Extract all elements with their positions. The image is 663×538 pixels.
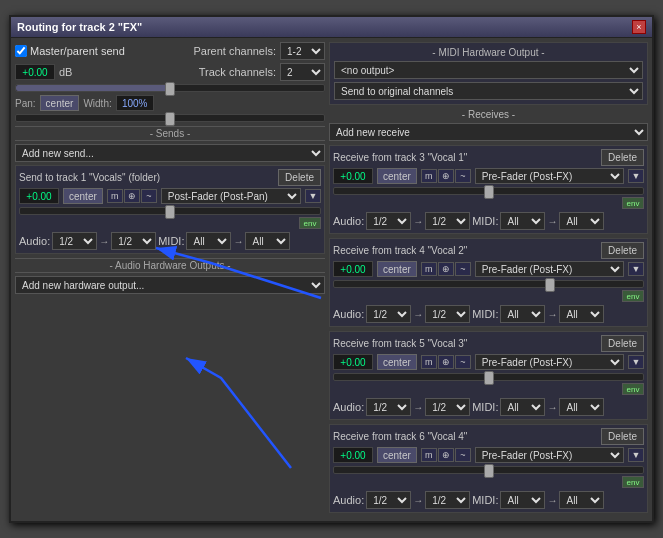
r1-dd[interactable]: ▼: [628, 169, 644, 183]
r3-s-btn[interactable]: ⊕: [438, 355, 454, 369]
r2-pan[interactable]: center: [377, 261, 417, 277]
close-button[interactable]: ×: [632, 20, 646, 34]
pan-slider-container: [15, 114, 325, 122]
r4-env[interactable]: env: [622, 476, 644, 488]
width-value[interactable]: 100%: [116, 95, 154, 111]
r1-audio-in[interactable]: 1/2: [366, 212, 411, 230]
r1-midi-out[interactable]: All: [559, 212, 604, 230]
r2-audio-in[interactable]: 1/2: [366, 305, 411, 323]
send-delete-btn[interactable]: Delete: [278, 169, 321, 186]
send-track-title: Send to track 1 "Vocals" (folder): [19, 172, 160, 183]
r4-midi[interactable]: All: [500, 491, 545, 509]
r3-dd[interactable]: ▼: [628, 355, 644, 369]
r4-slider[interactable]: [333, 466, 644, 474]
send-mode-select[interactable]: Post-Fader (Post-Pan) Pre-Fader (Post-FX…: [161, 188, 301, 204]
audio-out-select[interactable]: 1/2: [111, 232, 156, 250]
receive-2-delete[interactable]: Delete: [601, 242, 644, 259]
send-volume-slider[interactable]: [19, 207, 321, 215]
db-value[interactable]: +0.00: [15, 64, 55, 80]
r3-m-btn[interactable]: m: [421, 355, 437, 369]
r1-audio-out[interactable]: 1/2: [425, 212, 470, 230]
r3-midi[interactable]: All: [500, 398, 545, 416]
midi-out-select[interactable]: All: [245, 232, 290, 250]
r4-midi-out[interactable]: All: [559, 491, 604, 509]
r3-env[interactable]: env: [622, 383, 644, 395]
pan-center-btn[interactable]: center: [40, 95, 80, 111]
sends-section-label: - Sends -: [15, 126, 325, 141]
r1-env[interactable]: env: [622, 197, 644, 209]
r1-pan[interactable]: center: [377, 168, 417, 184]
mute-btn[interactable]: m: [107, 189, 123, 203]
r1-slider[interactable]: [333, 187, 644, 195]
pan-slider[interactable]: [15, 114, 325, 122]
r3-mode[interactable]: Pre-Fader (Post-FX): [475, 354, 624, 370]
master-send-checkbox[interactable]: [15, 45, 27, 57]
r3-slider[interactable]: [333, 373, 644, 381]
r2-audio-out[interactable]: 1/2: [425, 305, 470, 323]
send-env-btn[interactable]: env: [299, 217, 321, 229]
receive-3-header: Receive from track 5 "Vocal 3" Delete: [333, 335, 644, 352]
r4-db[interactable]: +0.00: [333, 447, 373, 463]
r4-audio-out[interactable]: 1/2: [425, 491, 470, 509]
receive-1-header: Receive from track 3 "Vocal 1" Delete: [333, 149, 644, 166]
receive-4-title: Receive from track 6 "Vocal 4": [333, 431, 467, 442]
r2-inv-btn[interactable]: ~: [455, 262, 471, 276]
midi-select[interactable]: All: [186, 232, 231, 250]
main-content: Master/parent send Parent channels: 1-23…: [11, 38, 652, 521]
send-db-value[interactable]: +0.00: [19, 188, 59, 204]
phase-btn[interactable]: ⊕: [124, 189, 140, 203]
volume-slider[interactable]: [15, 84, 325, 92]
receive-4-controls: +0.00 center m ⊕ ~ Pre-Fader (Post-FX) ▼: [333, 447, 644, 463]
r4-s-btn[interactable]: ⊕: [438, 448, 454, 462]
db-row: +0.00 dB Track channels: 246: [15, 63, 325, 81]
r3-audio-out[interactable]: 1/2: [425, 398, 470, 416]
r3-midi-out[interactable]: All: [559, 398, 604, 416]
left-panel: Master/parent send Parent channels: 1-23…: [15, 42, 325, 517]
midi-hw-title: - MIDI Hardware Output -: [334, 47, 643, 58]
send-pan-btn[interactable]: center: [63, 188, 103, 204]
r3-inv-btn[interactable]: ~: [455, 355, 471, 369]
r1-s-btn[interactable]: ⊕: [438, 169, 454, 183]
r4-audio-in[interactable]: 1/2: [366, 491, 411, 509]
add-receive-select[interactable]: Add new receive: [329, 123, 648, 141]
send-original-select[interactable]: Send to original channels: [334, 82, 643, 100]
r2-env[interactable]: env: [622, 290, 644, 302]
receive-3-delete[interactable]: Delete: [601, 335, 644, 352]
r4-pan[interactable]: center: [377, 447, 417, 463]
r3-pan[interactable]: center: [377, 354, 417, 370]
send-dropdown-btn[interactable]: ▼: [305, 189, 321, 203]
r4-mode[interactable]: Pre-Fader (Post-FX): [475, 447, 624, 463]
r2-mode[interactable]: Pre-Fader (Post-FX): [475, 261, 624, 277]
receive-4-delete[interactable]: Delete: [601, 428, 644, 445]
r1-m-btn[interactable]: m: [421, 169, 437, 183]
r2-env-row: env: [333, 290, 644, 302]
r2-m-btn[interactable]: m: [421, 262, 437, 276]
inv-btn[interactable]: ~: [141, 189, 157, 203]
midi-hw-select[interactable]: <no output>: [334, 61, 643, 79]
hardware-section-label: - Audio Hardware Outputs -: [15, 258, 325, 273]
add-hardware-select[interactable]: Add new hardware output...: [15, 276, 325, 294]
r2-dd[interactable]: ▼: [628, 262, 644, 276]
receive-3: Receive from track 5 "Vocal 3" Delete +0…: [329, 331, 648, 420]
r1-midi[interactable]: All: [500, 212, 545, 230]
r2-midi-out[interactable]: All: [559, 305, 604, 323]
audio-in-select[interactable]: 1/2: [52, 232, 97, 250]
r2-db[interactable]: +0.00: [333, 261, 373, 277]
r2-slider[interactable]: [333, 280, 644, 288]
master-send-label[interactable]: Master/parent send: [15, 45, 125, 57]
r3-audio-in[interactable]: 1/2: [366, 398, 411, 416]
r4-dd[interactable]: ▼: [628, 448, 644, 462]
r4-m-btn[interactable]: m: [421, 448, 437, 462]
receive-1-delete[interactable]: Delete: [601, 149, 644, 166]
r2-midi[interactable]: All: [500, 305, 545, 323]
r4-inv-btn[interactable]: ~: [455, 448, 471, 462]
r2-s-btn[interactable]: ⊕: [438, 262, 454, 276]
parent-channels-select[interactable]: 1-23-45-6: [280, 42, 325, 60]
audio-label: Audio:: [19, 235, 50, 247]
r1-mode[interactable]: Pre-Fader (Post-FX): [475, 168, 624, 184]
add-send-select[interactable]: Add new send...: [15, 144, 325, 162]
r1-db[interactable]: +0.00: [333, 168, 373, 184]
r3-db[interactable]: +0.00: [333, 354, 373, 370]
track-channels-select[interactable]: 246: [280, 63, 325, 81]
r1-inv-btn[interactable]: ~: [455, 169, 471, 183]
